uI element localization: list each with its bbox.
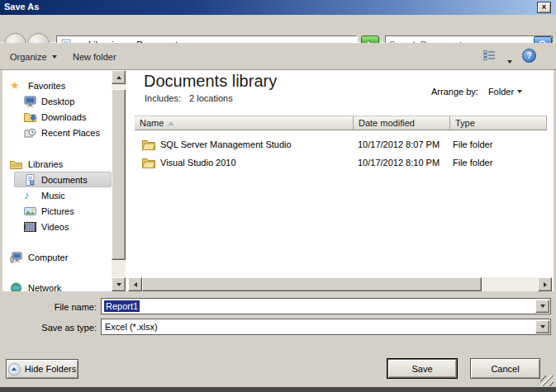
navigation-pane: ★ Favorites Desktop Downloads Recent Pl — [2, 70, 112, 291]
file-row[interactable]: SQL Server Management Studio 10/17/2012 … — [135, 136, 547, 154]
cancel-button[interactable]: Cancel — [470, 358, 540, 379]
sort-ascending-icon — [168, 121, 174, 125]
save-as-type-combobox[interactable]: Excel (*.xlsx) — [101, 319, 551, 335]
cancel-label: Cancel — [491, 364, 519, 374]
includes-label: Includes: — [145, 93, 181, 103]
save-as-type-label: Save as type: — [0, 323, 97, 333]
arrow-down-icon — [540, 305, 545, 308]
save-button[interactable]: Save — [387, 358, 458, 379]
close-icon: × — [542, 2, 547, 12]
libraries-icon — [10, 158, 22, 170]
file-name-input[interactable]: Report1 — [104, 300, 140, 312]
arrow-up-icon — [116, 76, 121, 79]
arrange-by-value: Folder — [488, 87, 514, 97]
file-name: Visual Studio 2010 — [160, 158, 236, 168]
window-title: Save As — [4, 2, 39, 12]
hide-folders-button[interactable]: Hide Folders — [6, 359, 78, 379]
column-header-date-modified[interactable]: Date modified — [354, 116, 450, 130]
resize-grip[interactable] — [540, 375, 554, 386]
organize-menu[interactable]: Organize — [10, 50, 57, 64]
includes-value: 2 locations — [189, 93, 233, 103]
pictures-icon — [24, 205, 36, 217]
title-bar[interactable]: Save As × — [0, 0, 556, 15]
help-button[interactable]: ? — [522, 49, 536, 63]
downloads-icon — [24, 111, 36, 123]
folder-icon — [142, 158, 155, 170]
network-icon — [10, 282, 22, 291]
navigation-bar: ← → Libraries Documents — [0, 15, 556, 43]
sidebar-item-pictures[interactable]: Pictures — [2, 204, 112, 219]
chevron-down-icon — [507, 60, 512, 64]
arrow-down-icon — [540, 325, 545, 328]
views-dropdown[interactable] — [507, 54, 512, 67]
save-label: Save — [411, 364, 432, 374]
file-row[interactable]: Visual Studio 2010 10/17/2012 8:10 PM Fi… — [135, 154, 547, 172]
new-folder-button[interactable]: New folder — [73, 50, 116, 64]
file-name: SQL Server Management Studio — [160, 139, 292, 149]
scroll-right-button[interactable] — [538, 277, 552, 291]
command-bar: Organize New folder ? — [0, 43, 556, 70]
window-bottom-edge — [0, 387, 556, 392]
sidebar-item-music[interactable]: ♪ Music — [2, 188, 112, 203]
scroll-left-button[interactable] — [128, 277, 142, 291]
help-icon: ? — [526, 51, 531, 60]
file-name-dropdown-button[interactable] — [535, 300, 549, 313]
arrow-down-icon — [116, 283, 121, 286]
chevron-down-icon — [52, 55, 57, 59]
desktop-icon — [24, 96, 36, 107]
file-name-combobox[interactable]: Report1 — [101, 298, 551, 314]
sidebar-item-favorites[interactable]: ★ Favorites — [2, 78, 112, 93]
hide-folders-label: Hide Folders — [25, 364, 76, 374]
sidebar-item-documents[interactable]: Documents — [2, 172, 112, 187]
sidebar-item-downloads[interactable]: Downloads — [2, 110, 112, 125]
sidebar-scrollbar[interactable] — [112, 70, 126, 291]
sidebar-item-desktop[interactable]: Desktop — [2, 94, 112, 109]
scrollbar-thumb[interactable] — [142, 277, 482, 291]
chevron-up-icon — [8, 363, 21, 375]
organize-label: Organize — [10, 50, 47, 64]
scroll-down-button[interactable] — [112, 277, 126, 291]
arrange-by-control[interactable]: Arrange by: Folder — [431, 87, 522, 97]
chevron-down-icon — [517, 90, 522, 93]
file-type: File folder — [453, 139, 492, 149]
documents-icon — [24, 174, 36, 186]
star-icon: ★ — [10, 80, 22, 92]
views-icon — [483, 50, 497, 61]
sidebar-item-recent-places[interactable]: Recent Places — [2, 125, 112, 140]
views-button[interactable] — [483, 50, 497, 63]
scroll-up-button[interactable] — [112, 70, 126, 84]
folder-icon — [142, 139, 155, 152]
column-headers: Name Date modified Type — [135, 116, 547, 130]
music-icon: ♪ — [24, 190, 36, 201]
sidebar-item-network[interactable]: Network — [2, 281, 112, 291]
arrange-by-label: Arrange by: — [431, 87, 478, 97]
recent-places-icon — [24, 127, 36, 139]
arrow-right-icon — [544, 282, 547, 287]
file-date: 10/17/2012 8:10 PM — [358, 158, 440, 168]
save-as-type-value: Excel (*.xlsx) — [105, 322, 158, 332]
content-area: ★ Favorites Desktop Downloads Recent Pl — [2, 70, 554, 291]
file-list-pane: Documents library Includes: 2 locations … — [126, 70, 554, 291]
save-as-type-dropdown-button[interactable] — [535, 320, 549, 333]
computer-icon — [10, 252, 22, 263]
file-list-horizontal-scrollbar[interactable] — [128, 277, 552, 291]
file-date: 10/17/2012 8:07 PM — [358, 139, 440, 149]
new-folder-label: New folder — [73, 52, 116, 62]
save-as-dialog: Save As × ← → Libraries Documents — [0, 0, 556, 392]
videos-icon — [24, 221, 36, 233]
column-header-type[interactable]: Type — [450, 116, 547, 130]
arrow-left-icon — [134, 282, 137, 287]
column-header-name[interactable]: Name — [135, 116, 354, 130]
scrollbar-thumb[interactable] — [112, 89, 126, 260]
library-title: Documents library — [144, 72, 277, 91]
sidebar-item-computer[interactable]: Computer — [2, 250, 112, 265]
library-subtitle: Includes: 2 locations — [145, 93, 233, 103]
sidebar-item-videos[interactable]: Videos — [2, 220, 112, 234]
close-button[interactable]: × — [537, 2, 551, 13]
sidebar-item-libraries[interactable]: Libraries — [2, 157, 112, 172]
file-type: File folder — [453, 158, 492, 168]
file-name-label: File name: — [0, 302, 97, 312]
